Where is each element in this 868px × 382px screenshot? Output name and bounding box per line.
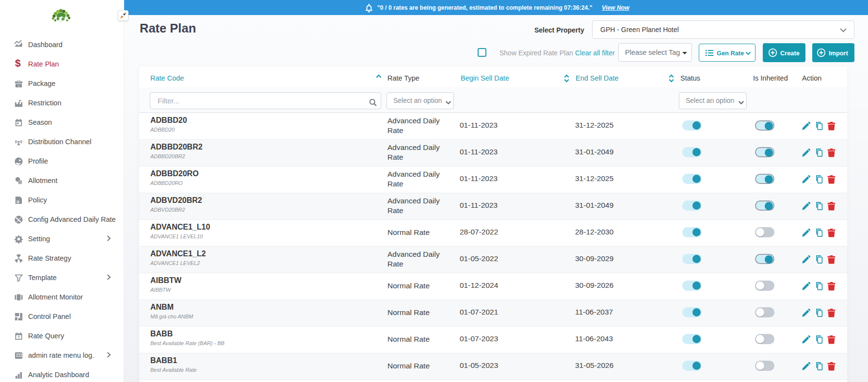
svg-text:?: ?: [17, 335, 20, 340]
